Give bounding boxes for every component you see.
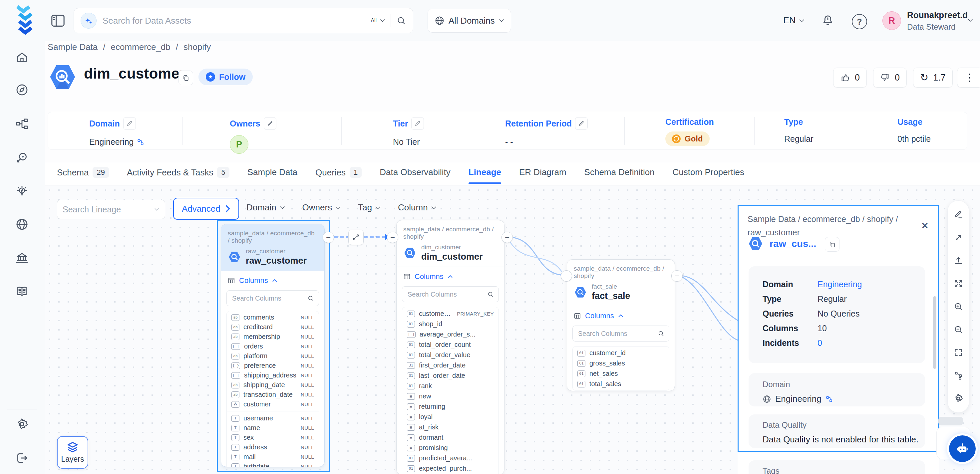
summary-panel-content: Sample Data / ecommerce_db / shopify / r… <box>738 205 939 474</box>
edit-lineage-icon[interactable] <box>953 209 964 220</box>
column-row[interactable]: ab platform NULL <box>227 351 319 361</box>
string-icon: ab <box>231 382 239 388</box>
edge-function-icon <box>352 233 360 241</box>
node-column-search[interactable] <box>402 286 499 302</box>
bigquery-icon <box>228 250 241 264</box>
panel-tags-card: Tags <box>749 460 925 474</box>
fullscreen-icon[interactable] <box>953 347 964 358</box>
array-icon: [ ] <box>231 343 240 350</box>
lineage-toolbar <box>947 200 969 413</box>
layers-button[interactable]: Layers <box>57 436 88 469</box>
column-row[interactable]: [ ] shipping_address NULL <box>227 371 319 380</box>
column-row[interactable]: T birthdate NULL <box>227 462 319 467</box>
lineage-node-fact-sale[interactable]: sample_data / ecommerce_db / shopify fac… <box>567 259 675 391</box>
summary-value: 10 <box>818 323 827 333</box>
column-search-input[interactable] <box>578 329 655 338</box>
column-row[interactable]: ▣ at_risk <box>402 422 498 433</box>
hidden-scroll-pill <box>939 417 963 425</box>
string-icon: ab <box>231 353 239 359</box>
column-row[interactable]: 01 total_sales <box>573 379 669 389</box>
table-grid-icon <box>574 312 581 320</box>
column-search-input[interactable] <box>407 290 485 299</box>
column-row[interactable]: ▣ dormant <box>402 433 498 443</box>
column-row[interactable]: 01 total_order_count <box>402 339 498 350</box>
struct-icon: { } <box>231 363 240 369</box>
summary-value: Engineering <box>818 280 862 289</box>
summary-row: Domain Engineering <box>762 280 925 289</box>
collapse-handle[interactable]: − <box>387 232 398 243</box>
lineage-node-raw-customer[interactable]: sample_data / ecommerce_db / shopify raw… <box>221 224 325 467</box>
node-name-small: fact_sale <box>592 283 630 290</box>
column-row[interactable]: 01 total_order_value <box>402 350 498 360</box>
lineage-flow-icon[interactable] <box>953 370 964 381</box>
panel-data-quality-card: Data Quality Data Quality is not enabled… <box>749 414 925 448</box>
column-row[interactable]: ▣ loyal <box>402 412 498 422</box>
panel-scrollbar[interactable] <box>933 296 936 369</box>
column-row[interactable]: T sex NULL <box>227 433 319 442</box>
column-row[interactable]: ab membership NULL <box>227 332 319 342</box>
column-row[interactable]: 01 expected_purch... <box>402 463 498 474</box>
zoom-out-icon[interactable] <box>953 324 964 335</box>
column-row[interactable]: 01 rank <box>402 381 498 391</box>
column-row[interactable]: { } preference NULL <box>227 361 319 371</box>
node-column-search[interactable] <box>226 290 319 306</box>
column-row[interactable]: 01 gross_sales <box>573 358 669 369</box>
node-port-handle[interactable] <box>561 270 572 282</box>
column-row[interactable]: ⁂ customer NULL <box>227 399 319 409</box>
column-row[interactable]: ab shipping_date NULL <box>227 380 319 390</box>
column-row[interactable]: ab transaction_date NULL <box>227 390 319 399</box>
table-grid-icon <box>403 273 410 280</box>
panel-entity-link[interactable]: raw_cus... <box>770 238 816 249</box>
edge-function-button[interactable] <box>348 230 364 245</box>
collapse-handle[interactable]: − <box>501 232 513 243</box>
close-icon[interactable]: × <box>921 220 928 232</box>
column-row[interactable]: [ ] orders NULL <box>227 342 319 351</box>
layers-icon <box>65 441 80 453</box>
chat-bot-button[interactable] <box>949 435 976 462</box>
column-search-input[interactable] <box>231 294 305 302</box>
column-row[interactable]: T address NULL <box>227 442 319 452</box>
column-row[interactable]: 01 shop_id <box>402 319 498 329</box>
collapse-handle[interactable]: − <box>671 270 682 282</box>
column-row[interactable]: 31 last_order_date <box>402 371 498 381</box>
summary-row: Queries No Queries <box>762 309 925 318</box>
column-row[interactable]: ▣ returning <box>402 401 498 412</box>
domain-link-icon[interactable] <box>826 396 833 403</box>
column-row[interactable]: 01 customer_id <box>573 348 669 358</box>
column-row[interactable]: ▣ promising <box>402 443 498 453</box>
export-icon[interactable] <box>953 255 964 266</box>
globe-icon <box>762 395 771 403</box>
node-columns-toggle[interactable]: Columns <box>221 271 325 289</box>
column-row[interactable]: ▣ new <box>402 391 498 401</box>
column-row[interactable]: 31 first_order_date <box>402 360 498 371</box>
column-row[interactable]: 01 customer_id PRIMARY_KEY <box>402 309 498 319</box>
column-row[interactable]: ab comments NULL <box>227 313 319 322</box>
array-icon: [ ] <box>231 372 240 379</box>
zoom-in-icon[interactable] <box>953 301 964 312</box>
fit-view-icon[interactable] <box>953 278 964 289</box>
collapse-handle[interactable]: − <box>323 232 334 243</box>
column-group-divider <box>227 411 319 412</box>
node-columns-toggle[interactable]: Columns <box>567 306 675 324</box>
column-row[interactable]: ab creditcard NULL <box>227 322 319 332</box>
node-columns-toggle[interactable]: Columns <box>396 267 504 285</box>
expand-collapse-icon[interactable] <box>953 232 964 243</box>
summary-value: No Queries <box>818 309 859 318</box>
column-row[interactable]: T name NULL <box>227 423 319 433</box>
copy-entity-icon[interactable] <box>825 237 840 252</box>
lineage-settings-icon[interactable] <box>953 393 964 404</box>
node-column-search[interactable] <box>573 326 669 342</box>
column-row[interactable]: 01 predicted_avera... <box>402 453 498 463</box>
boolean-icon: ▣ <box>407 403 415 410</box>
bigquery-icon <box>748 236 764 252</box>
column-row[interactable]: [ ] average_order_s... <box>402 329 498 339</box>
column-row[interactable]: T username NULL <box>227 414 319 423</box>
search-icon <box>658 330 664 337</box>
string-icon: ab <box>231 334 239 340</box>
column-row[interactable]: T mail NULL <box>227 452 319 462</box>
column-row[interactable]: 01 net_sales <box>573 369 669 379</box>
node-breadcrumb: sample_data / ecommerce_db / shopify <box>574 265 668 280</box>
summary-value: 0 <box>818 338 822 348</box>
panel-breadcrumb[interactable]: Sample Data / ecommerce_db / shopify / r… <box>748 212 904 239</box>
lineage-node-dim-customer[interactable]: sample_data / ecommerce_db / shopify dim… <box>396 220 504 474</box>
